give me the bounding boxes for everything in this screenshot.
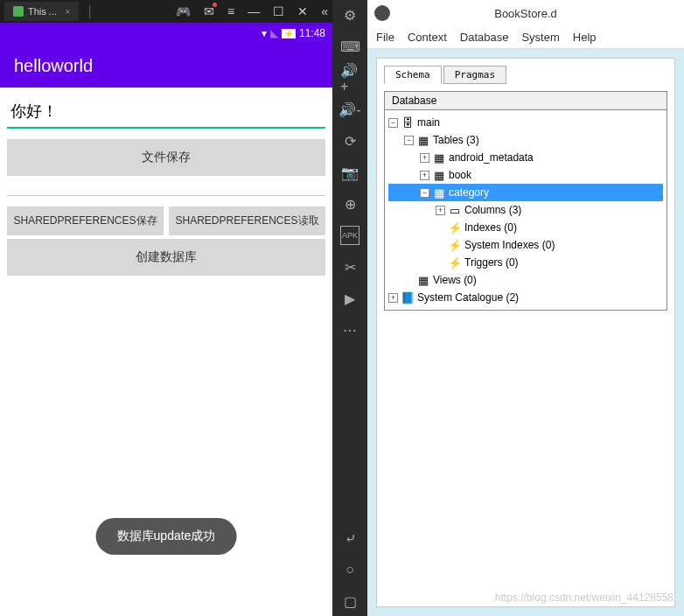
signal-icon: ◣ <box>270 27 278 39</box>
emulator-titlebar: This ... × | 🎮 ✉ ≡ — ☐ ✕ « <box>0 0 332 23</box>
tree-label: Views (0) <box>433 274 477 286</box>
tree-label: category <box>449 186 489 199</box>
text-input[interactable] <box>7 94 325 129</box>
tree-node-views[interactable]: ▦ Views (0) <box>388 271 663 289</box>
add-icon[interactable]: ⊕ <box>340 194 359 214</box>
table-icon: ▦ <box>432 168 446 182</box>
gamepad-icon[interactable]: 🎮 <box>176 4 191 18</box>
table-icon: ▦ <box>432 186 446 200</box>
emulator-tab[interactable]: This ... × <box>4 2 79 21</box>
maximize-icon[interactable]: ☐ <box>273 4 284 18</box>
more-icon[interactable]: ⋯ <box>340 320 359 340</box>
collapse-icon[interactable]: − <box>388 118 398 128</box>
menu-help[interactable]: Help <box>573 31 597 44</box>
tree-label: System Catalogue (2) <box>417 291 519 304</box>
expand-icon[interactable]: + <box>388 293 398 303</box>
status-time: 11:48 <box>299 27 325 39</box>
menu-context[interactable]: Context <box>408 31 447 44</box>
db-content: Schema Pragmas Database − 🗄 main − ▦ Tab… <box>376 58 675 607</box>
titlebar-controls: 🎮 ✉ ≡ — ☐ ✕ « <box>176 4 328 18</box>
columns-icon: ▭ <box>448 203 462 217</box>
app-title: helloworld <box>14 56 93 76</box>
table-icon: ▦ <box>416 133 430 147</box>
collapse-icon[interactable]: « <box>321 4 328 18</box>
tab-icon <box>13 6 24 17</box>
close-window-icon[interactable]: ✕ <box>297 4 308 18</box>
tree-label: Indexes (0) <box>464 221 517 234</box>
app-body: 文件保存 SHAREDPREFERENCES保存 SHAREDPREFERENC… <box>0 88 332 616</box>
apk-icon[interactable]: APK <box>340 226 359 245</box>
tree-label: Triggers (0) <box>464 256 519 269</box>
table-icon: ▦ <box>432 150 446 164</box>
db-tabs: Schema Pragmas <box>384 66 667 84</box>
views-icon: ▦ <box>416 273 430 287</box>
tree-label: book <box>449 169 471 181</box>
cut-icon[interactable]: ✂ <box>340 257 359 276</box>
menu-system[interactable]: System <box>521 31 559 44</box>
expand-icon[interactable]: + <box>420 171 429 180</box>
android-statusbar: ▾ ◣ ⚡ 11:48 <box>0 23 332 44</box>
menu-icon[interactable]: ≡ <box>227 4 234 18</box>
create-db-button[interactable]: 创建数据库 <box>7 239 325 276</box>
trigger-icon: ⚡ <box>448 256 462 270</box>
tree-label: Tables (3) <box>433 134 479 146</box>
tree-node-triggers[interactable]: ⚡ Triggers (0) <box>388 254 663 271</box>
app-icon <box>374 5 390 21</box>
keyboard-icon[interactable]: ⌨ <box>340 37 359 56</box>
catalogue-icon: 📘 <box>401 290 415 304</box>
volume-up-icon[interactable]: 🔊+ <box>340 68 359 88</box>
play-icon[interactable]: ▶ <box>340 289 359 308</box>
close-icon[interactable]: × <box>65 6 70 17</box>
battery-icon: ⚡ <box>282 29 296 38</box>
db-tree: − 🗄 main − ▦ Tables (3) + ▦ android_meta… <box>385 110 667 310</box>
tree-node-indexes[interactable]: ⚡ Indexes (0) <box>388 219 663 236</box>
tab-pragmas[interactable]: Pragmas <box>443 66 506 84</box>
sp-load-button[interactable]: SHAREDPREFERENCES读取 <box>169 206 325 235</box>
expand-icon[interactable]: + <box>436 206 445 215</box>
emulator-toolbar: ⚙ ⌨ 🔊+ 🔊- ⟳ 📷 ⊕ APK ✂ ▶ ⋯ ⤶ ○ ▢ <box>332 0 367 616</box>
wifi-icon: ▾ <box>262 27 267 39</box>
tree-label: android_metadata <box>449 151 534 164</box>
expand-icon[interactable]: + <box>420 153 429 163</box>
app-bar: helloworld <box>0 44 332 88</box>
index-icon: ⚡ <box>448 238 462 252</box>
db-titlebar: BookStore.d <box>367 0 684 26</box>
mail-icon[interactable]: ✉ <box>204 4 214 18</box>
menu-file[interactable]: File <box>376 31 394 44</box>
file-save-button[interactable]: 文件保存 <box>7 139 325 176</box>
tree-container: Database − 🗄 main − ▦ Tables (3) + ▦ and… <box>384 91 667 311</box>
divider <box>7 195 325 196</box>
sp-save-button[interactable]: SHAREDPREFERENCES保存 <box>7 206 164 235</box>
android-emulator: This ... × | 🎮 ✉ ≡ — ☐ ✕ « ▾ ◣ ⚡ 11:48 h… <box>0 0 332 616</box>
camera-icon[interactable]: 📷 <box>340 163 359 182</box>
tree-header: Database <box>385 92 667 110</box>
menu-database[interactable]: Database <box>460 31 509 44</box>
tree-node-columns[interactable]: + ▭ Columns (3) <box>388 201 663 219</box>
tree-node-system-catalogue[interactable]: + 📘 System Catalogue (2) <box>388 289 663 306</box>
collapse-icon[interactable]: − <box>420 188 429 198</box>
tree-node-category[interactable]: − ▦ category <box>388 184 663 201</box>
tab-schema[interactable]: Schema <box>384 66 442 84</box>
database-icon: 🗄 <box>401 116 415 130</box>
home-icon[interactable]: ○ <box>340 560 359 579</box>
tree-node-tables[interactable]: − ▦ Tables (3) <box>388 131 663 149</box>
tree-node-book[interactable]: + ▦ book <box>388 166 663 184</box>
rotate-icon[interactable]: ⟳ <box>340 131 359 150</box>
tree-node-system-indexes[interactable]: ⚡ System Indexes (0) <box>388 236 663 254</box>
watermark: https://blog.csdn.net/weixin_44128558 <box>495 592 674 604</box>
toast-message: 数据库update成功 <box>96 518 237 555</box>
settings-icon[interactable]: ⚙ <box>340 5 359 24</box>
db-menubar: File Context Database System Help <box>367 26 684 49</box>
index-icon: ⚡ <box>448 220 462 234</box>
tree-node-main[interactable]: − 🗄 main <box>388 114 663 131</box>
tab-divider: | <box>87 4 91 19</box>
minimize-icon[interactable]: — <box>248 4 260 18</box>
tree-node-android-metadata[interactable]: + ▦ android_metadata <box>388 149 663 166</box>
volume-down-icon[interactable]: 🔊- <box>340 100 359 119</box>
recents-icon[interactable]: ▢ <box>340 592 359 611</box>
tree-label: Columns (3) <box>464 204 521 216</box>
back-icon[interactable]: ⤶ <box>340 528 359 548</box>
db-window-title: BookStore.d <box>494 7 557 20</box>
tab-label: This ... <box>28 6 57 17</box>
collapse-icon[interactable]: − <box>404 136 414 145</box>
